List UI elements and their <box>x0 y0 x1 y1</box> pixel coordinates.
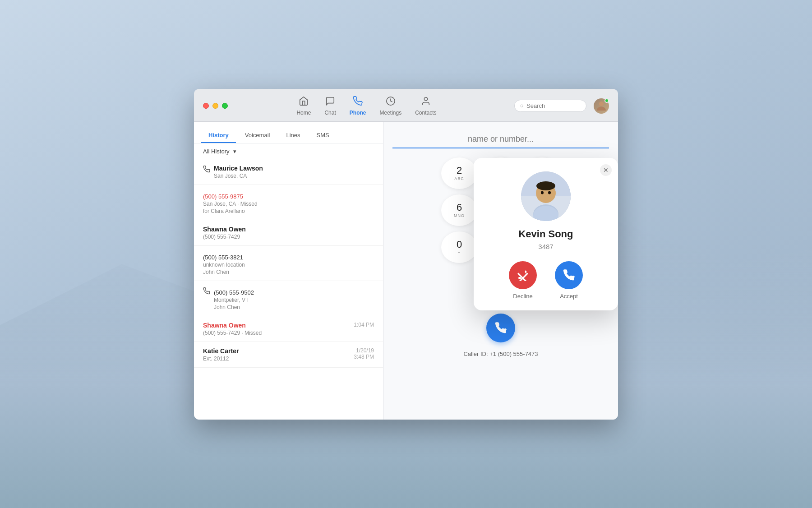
incoming-extension: 3487 <box>538 243 553 250</box>
call-actions: Decline Accept <box>509 261 583 300</box>
close-button[interactable] <box>203 103 209 109</box>
svg-point-1 <box>424 97 427 100</box>
nav-label-phone: Phone <box>350 110 366 116</box>
nav-tab-contacts[interactable]: Contacts <box>415 96 436 116</box>
caller-name: Katie Carter <box>203 347 239 355</box>
nav-label-chat: Chat <box>324 110 336 116</box>
call-list: Maurice Lawson San Jose, CA (500) 555-98… <box>194 159 383 420</box>
left-panel: History Voicemail Lines SMS All History … <box>194 122 383 420</box>
dial-key-0[interactable]: 0 + <box>441 231 477 263</box>
contacts-icon <box>421 96 431 108</box>
accept-action[interactable]: Accept <box>555 261 583 300</box>
caller-name-missed: Shawna Owen <box>203 322 262 329</box>
phone-call-icon <box>203 166 210 175</box>
call-time: 1:04 PM <box>354 322 374 328</box>
chevron-down-icon: ▾ <box>233 148 236 155</box>
caller-sub: John Chen <box>203 269 374 275</box>
right-panel: 2 ABC 3 DEF 5 JKL 6 MNO 8 <box>383 122 618 420</box>
online-status-dot <box>604 98 609 103</box>
svg-point-10 <box>536 181 555 190</box>
dialpad-search-input[interactable] <box>392 131 609 148</box>
phone-call-icon <box>494 322 507 334</box>
history-filter[interactable]: All History ▾ <box>194 143 383 159</box>
meetings-icon <box>386 96 396 108</box>
list-item[interactable]: Katie Carter Ext. 20112 1/20/193:48 PM <box>194 342 383 368</box>
search-input[interactable] <box>526 102 581 109</box>
tab-history[interactable]: History <box>201 128 236 143</box>
search-icon <box>520 103 524 109</box>
caller-ext: Ext. 20112 <box>203 356 239 362</box>
accept-label: Accept <box>560 293 578 300</box>
history-filter-label: All History <box>203 148 230 155</box>
call-time: 1/20/193:48 PM <box>354 347 374 360</box>
caller-id-label: Caller ID: +1 (500) 555-7473 <box>463 351 538 357</box>
minimize-button[interactable] <box>212 103 218 109</box>
incoming-call-modal: ✕ <box>474 158 618 310</box>
phone-call-icon <box>203 287 210 296</box>
decline-button[interactable] <box>509 261 537 289</box>
list-item[interactable]: (500) 555-9875 San Jose, CA · Missed for… <box>194 185 383 220</box>
accept-button[interactable] <box>555 261 583 289</box>
caller-number: (500) 555-9502 <box>214 289 254 296</box>
caller-sub: for Clara Arellano <box>203 208 374 214</box>
svg-point-12 <box>548 191 551 194</box>
caller-number: (500) 555-7429 <box>203 234 374 240</box>
list-item[interactable]: (500) 555-3821 unknown location John Che… <box>194 246 383 281</box>
caller-location: unknown location <box>203 262 374 268</box>
title-bar: Home Chat Phone <box>194 89 618 122</box>
nav-tab-home[interactable]: Home <box>296 96 311 116</box>
nav-label-contacts: Contacts <box>415 110 436 116</box>
caller-sub: John Chen <box>214 304 254 310</box>
incoming-caller-name: Kevin Song <box>518 228 573 240</box>
list-item[interactable]: Shawna Owen (500) 555-7429 <box>194 220 383 246</box>
caller-number-missed: (500) 555-9875 <box>203 193 374 200</box>
dial-key-6[interactable]: 6 MNO <box>441 194 477 226</box>
caller-name: Shawna Owen <box>203 226 374 233</box>
nav-tab-phone[interactable]: Phone <box>350 96 366 116</box>
decline-action[interactable]: Decline <box>509 261 537 300</box>
list-item[interactable]: Shawna Owen (500) 555-7429 · Missed 1:04… <box>194 316 383 342</box>
caller-photo <box>521 171 571 221</box>
sub-tabs: History Voicemail Lines SMS <box>194 122 383 143</box>
nav-tabs: Home Chat Phone <box>237 96 496 116</box>
caller-name: Maurice Lawson <box>214 165 263 172</box>
nav-label-home: Home <box>296 110 311 116</box>
caller-number: (500) 555-3821 <box>203 254 374 261</box>
tab-voicemail[interactable]: Voicemail <box>238 128 277 143</box>
tab-lines[interactable]: Lines <box>279 128 307 143</box>
nav-tab-meetings[interactable]: Meetings <box>379 96 401 116</box>
accept-phone-icon <box>563 269 575 282</box>
svg-line-3 <box>523 106 523 107</box>
dial-key-2[interactable]: 2 ABC <box>441 157 477 189</box>
caller-meta: (500) 555-7429 · Missed <box>203 330 262 336</box>
svg-point-11 <box>541 191 544 194</box>
caller-location: Montpelier, VT <box>214 297 254 303</box>
search-bar[interactable] <box>514 100 586 112</box>
traffic-lights <box>203 103 228 109</box>
nav-tab-chat[interactable]: Chat <box>324 96 336 116</box>
main-content: History Voicemail Lines SMS All History … <box>194 122 618 420</box>
home-icon <box>299 96 309 108</box>
modal-overlay: ✕ <box>474 158 618 420</box>
caller-meta: San Jose, CA · Missed <box>203 201 374 207</box>
caller-avatar <box>521 171 571 221</box>
modal-close-button[interactable]: ✕ <box>600 164 612 176</box>
call-button[interactable] <box>486 314 515 342</box>
nav-label-meetings: Meetings <box>379 110 401 116</box>
svg-point-2 <box>521 105 523 107</box>
svg-point-4 <box>599 102 604 106</box>
maximize-button[interactable] <box>222 103 228 109</box>
list-item[interactable]: (500) 555-9502 Montpelier, VT John Chen <box>194 281 383 316</box>
phone-icon-nav <box>353 96 363 108</box>
decline-phone-icon <box>517 269 529 281</box>
decline-label: Decline <box>513 293 532 300</box>
user-avatar-wrap <box>594 98 609 114</box>
caller-location: San Jose, CA <box>214 173 263 179</box>
tab-sms[interactable]: SMS <box>309 128 337 143</box>
chat-icon <box>325 96 335 108</box>
app-window: Home Chat Phone <box>194 89 618 420</box>
list-item[interactable]: Maurice Lawson San Jose, CA <box>194 159 383 185</box>
